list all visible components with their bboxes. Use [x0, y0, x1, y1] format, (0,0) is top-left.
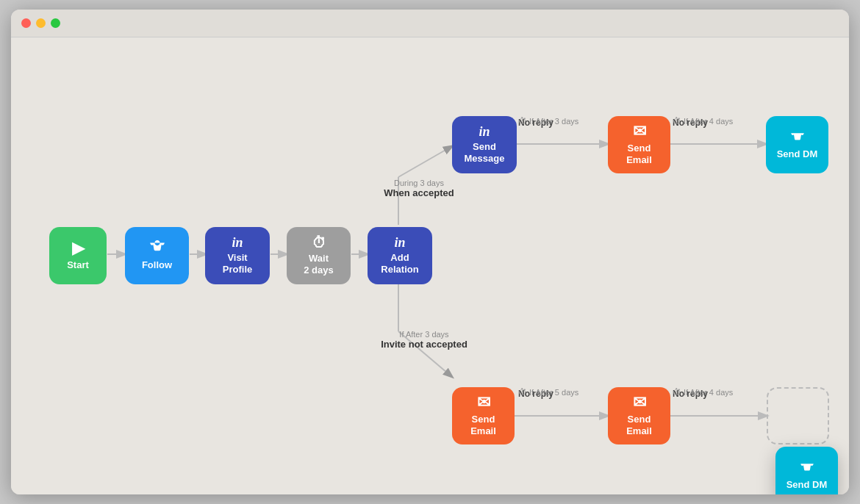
send-dm-top-icon	[790, 129, 805, 145]
bot-after-2: If After 4 days	[684, 388, 733, 397]
accepted-state: When accepted	[375, 187, 463, 198]
close-button[interactable]	[21, 18, 31, 28]
visit-profile-icon: in	[232, 236, 243, 249]
start-icon: ▶	[72, 240, 85, 256]
placeholder-box	[767, 387, 829, 444]
send-dm-bot-label: Send DM	[786, 479, 828, 491]
add-relation-icon: in	[394, 236, 405, 249]
add-relation-node[interactable]: in AddRelation	[368, 227, 432, 284]
during-label: During 3 days	[375, 179, 463, 187]
send-email-top-label: SendEmail	[626, 143, 652, 165]
send-email-bot1-icon: ✉	[477, 395, 490, 411]
traffic-lights	[21, 18, 60, 28]
titlebar	[11, 10, 849, 37]
add-relation-label: AddRelation	[381, 252, 418, 275]
send-email-top-icon: ✉	[633, 123, 646, 140]
top-after-2: If After 4 days	[684, 117, 733, 126]
top-condition-1: ⏱ If After 3 days No reply	[518, 116, 553, 128]
follow-node[interactable]: Follow	[125, 227, 189, 284]
bot-after-1: If After 5 days	[529, 388, 578, 397]
top-after-1: If After 3 days	[529, 117, 578, 126]
send-email-bot2-icon: ✉	[633, 395, 646, 411]
send-dm-bot-node[interactable]: Send DM	[775, 447, 838, 494]
maximize-button[interactable]	[51, 18, 60, 28]
minimize-button[interactable]	[36, 18, 46, 28]
wait-node[interactable]: ⏱ Wait2 days	[287, 227, 351, 284]
send-message-label: SendMessage	[465, 141, 505, 164]
send-email-bot2-label: SendEmail	[626, 414, 652, 436]
wait-icon: ⏱	[312, 235, 326, 250]
bot-condition-2: ⏱ If After 4 days No reply	[673, 387, 708, 399]
visit-profile-label: VisitProfile	[223, 252, 252, 275]
send-email-top-node[interactable]: ✉ SendEmail	[608, 116, 670, 173]
send-email-bot1-node[interactable]: ✉ SendEmail	[452, 387, 515, 444]
send-message-node[interactable]: in SendMessage	[452, 116, 517, 173]
send-message-icon: in	[479, 125, 490, 138]
invite-after-label: If After 3 days	[373, 330, 476, 339]
send-dm-top-label: Send DM	[777, 148, 818, 160]
invite-state: Invite not accepted	[373, 339, 476, 350]
visit-profile-node[interactable]: in VisitProfile	[205, 227, 270, 284]
invite-not-accepted-branch: If After 3 days Invite not accepted	[373, 330, 476, 350]
send-email-bot1-label: SendEmail	[470, 414, 496, 436]
svg-line-5	[398, 146, 452, 177]
workflow-canvas: ▶ Start Follow in VisitProfile ⏱ Wait2 d…	[11, 37, 849, 494]
send-dm-top-node[interactable]: Send DM	[766, 116, 828, 173]
follow-label: Follow	[142, 259, 172, 271]
wait-label: Wait2 days	[304, 253, 333, 276]
when-accepted-branch: During 3 days When accepted	[375, 179, 463, 198]
start-node[interactable]: ▶ Start	[49, 227, 107, 284]
app-window: ▶ Start Follow in VisitProfile ⏱ Wait2 d…	[11, 10, 849, 494]
bot-condition-1: ⏱ If After 5 days No reply	[518, 387, 553, 399]
top-condition-2: ⏱ If After 4 days No reply	[673, 116, 708, 128]
send-dm-bot-icon	[800, 460, 814, 476]
start-label: Start	[67, 259, 89, 271]
follow-icon	[149, 240, 165, 256]
send-email-bot2-node[interactable]: ✉ SendEmail	[608, 387, 670, 444]
